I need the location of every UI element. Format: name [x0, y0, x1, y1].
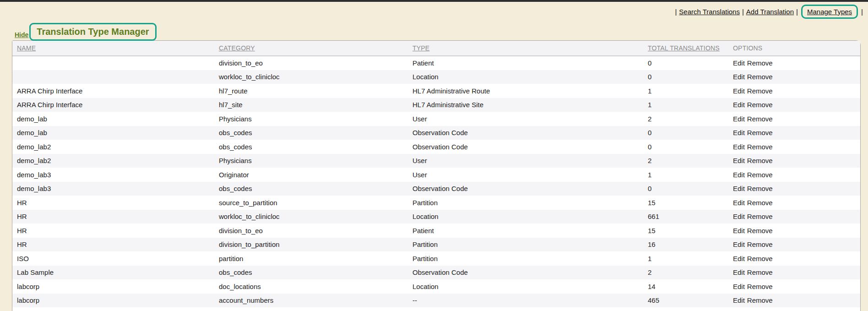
edit-link[interactable]: Edit	[733, 227, 745, 235]
edit-link[interactable]: Edit	[733, 268, 745, 276]
cell-options: EditRemove	[728, 70, 860, 84]
remove-link[interactable]: Remove	[747, 157, 773, 164]
cell-options: EditRemove	[728, 294, 860, 308]
cell-name	[12, 56, 214, 70]
remove-link[interactable]: Remove	[747, 213, 773, 220]
edit-link[interactable]: Edit	[733, 296, 745, 304]
edit-link[interactable]: Edit	[733, 73, 745, 81]
remove-link[interactable]: Remove	[747, 268, 773, 276]
cell-type: Partition	[408, 196, 643, 210]
edit-link[interactable]: Edit	[733, 101, 745, 109]
nav-separator: |	[675, 8, 677, 16]
remove-link[interactable]: Remove	[747, 143, 773, 151]
edit-link[interactable]: Edit	[733, 129, 745, 136]
cell-name: demo_lab	[12, 112, 214, 126]
edit-link[interactable]: Edit	[733, 115, 745, 123]
nav-link-manage-types[interactable]: Manage Types	[807, 8, 852, 16]
cell-type: Observation Code	[408, 266, 643, 280]
edit-link[interactable]: Edit	[733, 171, 745, 179]
cell-category: division_to_eo	[214, 224, 408, 238]
cell-type: Observation Code	[408, 140, 643, 154]
cell-options: EditRemove	[728, 307, 860, 311]
cell-type: Patient	[408, 56, 643, 70]
edit-link[interactable]: Edit	[733, 240, 745, 248]
cell-options: EditRemove	[728, 238, 860, 252]
nav-separator: |	[796, 8, 798, 16]
table-row: Lab Sample obs_codes Observation Code 2 …	[12, 266, 860, 280]
table-header-row: NAME CATEGORY TYPE TOTAL TRANSLATIONS OP…	[12, 41, 860, 56]
cell-total-translations: 0	[643, 70, 728, 84]
cell-type: HL7 Administrative Route	[408, 84, 643, 98]
edit-link[interactable]: Edit	[733, 213, 745, 220]
edit-link[interactable]: Edit	[733, 157, 745, 164]
table-row: labcorp account_numbers -- 465 EditRemov…	[12, 294, 860, 308]
cell-type: --	[408, 294, 643, 308]
remove-link[interactable]: Remove	[747, 171, 773, 179]
panel-legend: Hide Translation Type Manager	[13, 23, 157, 41]
table-row: HR workloc_to_clinicloc Location 661 Edi…	[12, 210, 860, 224]
cell-total-translations: 465	[643, 294, 728, 308]
remove-link[interactable]: Remove	[747, 59, 773, 67]
top-nav: | Search Translations | Add Translation …	[673, 5, 865, 19]
remove-link[interactable]: Remove	[747, 101, 773, 109]
table-row: division_to_eo Patient 0 EditRemove	[12, 56, 860, 70]
edit-link[interactable]: Edit	[733, 87, 745, 95]
cell-category: workloc_to_clinicloc	[214, 210, 408, 224]
cell-options: EditRemove	[728, 56, 860, 70]
column-header-type[interactable]: TYPE	[408, 41, 643, 56]
remove-link[interactable]: Remove	[747, 255, 773, 262]
remove-link[interactable]: Remove	[747, 296, 773, 304]
remove-link[interactable]: Remove	[747, 199, 773, 207]
cell-total-translations: 1	[643, 84, 728, 98]
column-header-name[interactable]: NAME	[12, 41, 214, 56]
cell-options: EditRemove	[728, 154, 860, 168]
column-header-options: OPTIONS	[728, 41, 860, 56]
remove-link[interactable]: Remove	[747, 283, 773, 290]
cell-name: HR	[12, 196, 214, 210]
table-row: demo_lab2 obs_codes Observation Code 0 E…	[12, 140, 860, 154]
table-row: workloc_to_clinicloc Location 0 EditRemo…	[12, 70, 860, 84]
edit-link[interactable]: Edit	[733, 59, 745, 67]
remove-link[interactable]: Remove	[747, 87, 773, 95]
table-row: ISO partition Partition 1 EditRemove	[12, 251, 860, 266]
edit-link[interactable]: Edit	[733, 255, 745, 262]
column-header-category[interactable]: CATEGORY	[214, 41, 408, 56]
cell-options: EditRemove	[728, 168, 860, 182]
cell-total-translations: 2	[643, 154, 728, 168]
cell-category: division_to_eo	[214, 56, 408, 70]
cell-type: User	[408, 154, 643, 168]
remove-link[interactable]: Remove	[747, 115, 773, 123]
cell-total-translations: 16	[643, 238, 728, 252]
cell-name: demo_lab2	[12, 140, 214, 154]
cell-category: hl7_site	[214, 98, 408, 112]
nav-link-search-translations[interactable]: Search Translations	[679, 8, 740, 16]
cell-total-translations: 1	[643, 98, 728, 112]
top-border	[0, 0, 868, 2]
translation-type-manager-panel: NAME CATEGORY TYPE TOTAL TRANSLATIONS OP…	[12, 40, 861, 311]
remove-link[interactable]: Remove	[747, 185, 773, 192]
edit-link[interactable]: Edit	[733, 199, 745, 207]
edit-link[interactable]: Edit	[733, 143, 745, 151]
cell-total-translations: 15	[643, 224, 728, 238]
cell-total-translations: 2	[643, 266, 728, 280]
table-row: demo_lab Physicians User 2 EditRemove	[12, 112, 860, 126]
edit-link[interactable]: Edit	[733, 283, 745, 290]
cell-type: Location	[408, 279, 643, 294]
cell-type: Observation Code	[408, 126, 643, 140]
hide-link[interactable]: Hide	[13, 31, 29, 38]
remove-link[interactable]: Remove	[747, 73, 773, 81]
column-header-total-translations[interactable]: TOTAL TRANSLATIONS	[643, 41, 728, 56]
nav-link-add-translation[interactable]: Add Translation	[746, 8, 794, 16]
cell-name: demo_lab3	[12, 168, 214, 182]
cell-options: EditRemove	[728, 84, 860, 98]
table-row: demo_lab2 Physicians User 2 EditRemove	[12, 154, 860, 168]
cell-name: demo_lab3	[12, 182, 214, 196]
cell-total-translations: 0	[643, 182, 728, 196]
cell-category: obs_codes	[214, 140, 408, 154]
remove-link[interactable]: Remove	[747, 227, 773, 235]
remove-link[interactable]: Remove	[747, 240, 773, 248]
remove-link[interactable]: Remove	[747, 129, 773, 136]
edit-link[interactable]: Edit	[733, 185, 745, 192]
cell-total-translations: 0	[643, 126, 728, 140]
cell-name: ARRA Chirp Interface	[12, 84, 214, 98]
